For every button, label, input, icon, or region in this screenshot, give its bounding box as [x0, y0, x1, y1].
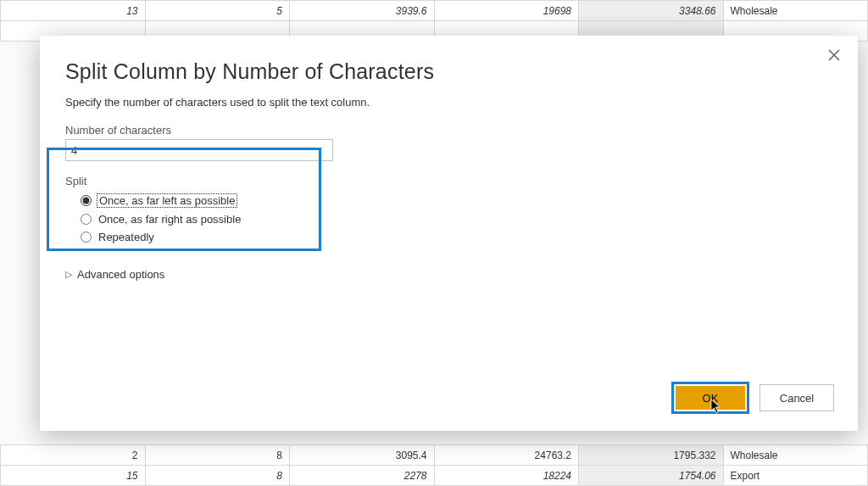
ok-button[interactable]: OK	[676, 386, 745, 410]
table-row: 13 5 3939.6 19698 3348.66 Wholesale	[1, 1, 868, 21]
radio-once-right-label: Once, as far right as possible	[97, 213, 242, 226]
cell[interactable]: 3939.6	[290, 1, 435, 21]
split-section-label: Split	[65, 175, 834, 187]
ok-button-label: OK	[703, 392, 719, 405]
ok-button-highlight: OK	[671, 382, 749, 414]
cancel-button-label: Cancel	[780, 392, 814, 405]
split-column-dialog: Split Column by Number of Characters Spe…	[40, 36, 858, 431]
cell[interactable]: 19698	[434, 1, 579, 21]
radio-repeatedly[interactable]: Repeatedly	[65, 228, 834, 246]
radio-once-right-input[interactable]	[81, 214, 92, 225]
close-button[interactable]	[824, 46, 844, 66]
radio-once-left-input[interactable]	[81, 195, 92, 206]
cell[interactable]: 2278	[290, 466, 435, 486]
dialog-title: Split Column by Number of Characters	[65, 59, 834, 84]
table-row: 2 8 3095.4 24763.2 1795.332 Wholesale	[1, 445, 868, 466]
cell[interactable]: 8	[145, 445, 290, 466]
radio-repeatedly-label: Repeatedly	[97, 231, 156, 243]
dialog-button-row: OK Cancel	[671, 382, 834, 414]
dialog-subtitle: Specify the number of characters used to…	[65, 96, 834, 109]
cell[interactable]: 18224	[434, 466, 579, 486]
radio-once-left-label: Once, as far left as possible	[97, 193, 237, 208]
radio-once-right[interactable]: Once, as far right as possible	[65, 210, 834, 228]
advanced-options-label: Advanced options	[77, 268, 164, 281]
radio-repeatedly-input[interactable]	[81, 232, 92, 243]
cell[interactable]: 15	[1, 466, 146, 486]
number-of-characters-label: Number of characters	[65, 124, 834, 137]
chevron-right-icon: ▷	[65, 269, 72, 280]
close-icon	[828, 49, 840, 61]
cell[interactable]: 8	[145, 466, 290, 486]
cell[interactable]: 5	[145, 1, 290, 21]
cancel-button[interactable]: Cancel	[760, 384, 834, 411]
cell[interactable]: Wholesale	[723, 1, 868, 21]
cell[interactable]: Wholesale	[723, 445, 868, 466]
table-row: 15 8 2278 18224 1754.06 Export	[1, 466, 868, 486]
cell[interactable]: 2	[1, 445, 146, 466]
cell[interactable]: 1795.332	[579, 445, 724, 466]
number-of-characters-input[interactable]	[65, 139, 333, 161]
advanced-options-toggle[interactable]: ▷ Advanced options	[65, 268, 834, 281]
background-data-grid-bottom: 2 8 3095.4 24763.2 1795.332 Wholesale 15…	[0, 444, 868, 486]
cell[interactable]: 13	[1, 1, 146, 21]
cell[interactable]: 24763.2	[434, 445, 579, 466]
cell[interactable]: 3095.4	[290, 445, 435, 466]
cell[interactable]: Export	[723, 466, 868, 486]
cell[interactable]: 3348.66	[579, 1, 724, 21]
radio-once-left[interactable]: Once, as far left as possible	[65, 191, 834, 210]
cell[interactable]: 1754.06	[579, 466, 724, 486]
